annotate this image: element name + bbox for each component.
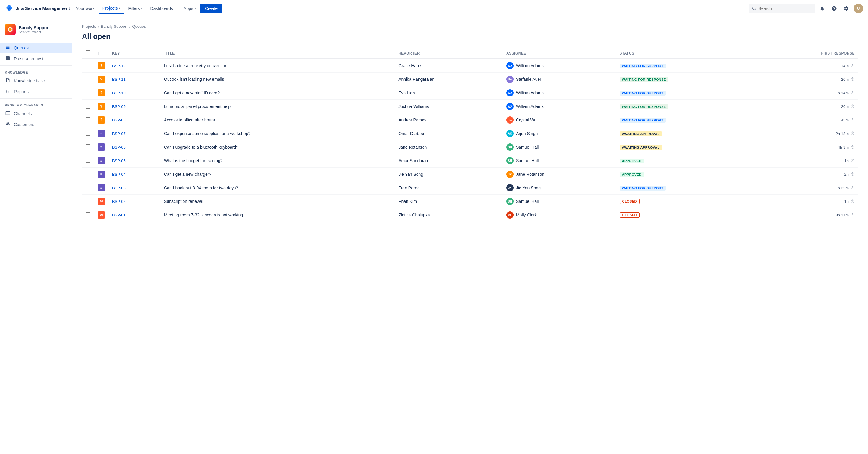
row-title[interactable]: Outlook isn't loading new emails (160, 73, 395, 86)
row-checkbox[interactable] (86, 117, 90, 122)
row-checkbox[interactable] (86, 158, 90, 163)
select-all-checkbox[interactable] (86, 50, 90, 55)
row-checkbox[interactable] (86, 199, 90, 204)
row-title[interactable]: Lost badge at rocketry convention (160, 59, 395, 73)
row-title[interactable]: Lunar solar panel procurement help (160, 100, 395, 113)
row-title[interactable]: Can I expense some supplies for a worksh… (160, 127, 395, 141)
sidebar-item-reports[interactable]: Reports (0, 86, 72, 97)
project-type: Service Project (19, 30, 50, 34)
row-checkbox-cell (82, 59, 94, 73)
issue-key-link[interactable]: BSP-11 (112, 77, 126, 82)
row-checkbox[interactable] (86, 172, 90, 176)
row-key: BSP-04 (108, 168, 160, 181)
row-checkbox[interactable] (86, 144, 90, 149)
search-input[interactable] (758, 6, 811, 11)
clock-icon: ⏱ (850, 199, 855, 204)
issue-key-link[interactable]: BSP-10 (112, 91, 126, 95)
row-title[interactable]: What is the budget for training? (160, 154, 395, 168)
assignee-name: Arjun Singh (516, 131, 538, 136)
table-row: ≡ BSP-05 What is the budget for training… (82, 154, 858, 168)
settings-button[interactable] (841, 4, 851, 13)
row-title[interactable]: Can I book out 8-04 room for two days? (160, 181, 395, 195)
row-checkbox[interactable] (86, 131, 90, 135)
nav-apps[interactable]: Apps ▾ (180, 4, 199, 13)
row-title[interactable]: Can I upgrade to a bluetooth keyboard? (160, 141, 395, 154)
filters-chevron-icon: ▾ (141, 7, 143, 10)
sidebar-divider-knowledge (0, 65, 72, 66)
nav-your-work[interactable]: Your work (72, 4, 98, 13)
sidebar-item-queues[interactable]: Queues (0, 42, 72, 53)
issue-key-link[interactable]: BSP-03 (112, 186, 126, 190)
assignee-avatar: WA (506, 62, 514, 69)
clock-icon: ⏱ (850, 90, 855, 95)
row-type: ? (94, 73, 108, 86)
notifications-button[interactable] (817, 4, 827, 13)
nav-dashboards[interactable]: Dashboards ▾ (147, 4, 180, 13)
row-checkbox-cell (82, 154, 94, 168)
issue-key-link[interactable]: BSP-02 (112, 199, 126, 204)
row-title[interactable]: Access to office after hours (160, 113, 395, 127)
search-box[interactable] (749, 4, 815, 13)
clock-icon: ⏱ (850, 158, 855, 163)
row-checkbox[interactable] (86, 185, 90, 190)
breadcrumb-queues[interactable]: Queues (132, 24, 146, 29)
jira-logo[interactable]: Jira Service Management (5, 4, 70, 13)
row-assignee: WA William Adams (503, 59, 616, 73)
row-key: BSP-03 (108, 181, 160, 195)
row-key: BSP-08 (108, 113, 160, 127)
row-reporter: Jane Rotanson (395, 141, 503, 154)
row-status: WAITING FOR RESPONSE (616, 73, 756, 86)
reports-label: Reports (14, 89, 29, 94)
row-checkbox[interactable] (86, 104, 90, 109)
clock-icon: ⏱ (850, 185, 855, 190)
sidebar-item-customers[interactable]: Customers (0, 119, 72, 130)
breadcrumb-projects[interactable]: Projects (82, 24, 96, 29)
nav-projects[interactable]: Projects ▾ (99, 3, 124, 13)
row-status: APPROVED (616, 168, 756, 181)
row-title[interactable]: Meeting room 7-32 is sceen is not workin… (160, 208, 395, 222)
row-checkbox[interactable] (86, 77, 90, 81)
row-type: ? (94, 59, 108, 73)
row-checkbox[interactable] (86, 212, 90, 217)
sidebar-item-knowledge-base[interactable]: Knowledge base (0, 75, 72, 86)
issue-key-link[interactable]: BSP-06 (112, 145, 126, 150)
sidebar-item-raise-request[interactable]: Raise a request (0, 53, 72, 64)
row-status: CLOSED (616, 208, 756, 222)
row-title[interactable]: Subscription renewal (160, 195, 395, 208)
create-button[interactable]: Create (200, 4, 222, 13)
issue-key-link[interactable]: BSP-12 (112, 64, 126, 68)
type-badge: ? (98, 116, 105, 124)
user-avatar[interactable]: U (854, 4, 863, 13)
apps-chevron-icon: ▾ (194, 7, 196, 10)
issue-key-link[interactable]: BSP-04 (112, 172, 126, 177)
issue-key-link[interactable]: BSP-08 (112, 118, 126, 122)
row-first-response: 45m ⏱ (756, 113, 858, 127)
row-checkbox-cell (82, 208, 94, 222)
assignee-avatar: WA (506, 89, 514, 96)
assignee-name: Jie Yan Song (516, 185, 541, 190)
table-row: ? BSP-11 Outlook isn't loading new email… (82, 73, 858, 86)
issue-key-link[interactable]: BSP-09 (112, 104, 126, 109)
help-button[interactable] (830, 4, 839, 13)
issue-key-link[interactable]: BSP-05 (112, 158, 126, 163)
first-response-time: 2h (844, 172, 849, 177)
breadcrumb-sep-2: / (129, 24, 130, 29)
sidebar-item-channels[interactable]: Channels (0, 108, 72, 119)
table-row: ≡ BSP-04 Can I get a new charger? Jie Ya… (82, 168, 858, 181)
issue-key-link[interactable]: BSP-01 (112, 213, 126, 217)
row-checkbox[interactable] (86, 63, 90, 68)
assignee-avatar: SH (506, 144, 514, 151)
row-reporter: Grace Harris (395, 59, 503, 73)
nav-filters[interactable]: Filters ▾ (124, 4, 146, 13)
col-checkbox (82, 48, 94, 59)
row-checkbox[interactable] (86, 90, 90, 95)
bell-icon (819, 6, 825, 11)
row-title[interactable]: Can I get a new staff ID card? (160, 86, 395, 100)
type-badge: ✉ (98, 211, 105, 218)
row-title[interactable]: Can I get a new charger? (160, 168, 395, 181)
row-first-response: 1h ⏱ (756, 195, 858, 208)
clock-icon: ⏱ (850, 63, 855, 68)
issue-key-link[interactable]: BSP-07 (112, 131, 126, 136)
breadcrumb-bancly-support[interactable]: Bancly Support (101, 24, 127, 29)
first-response-time: 1h (844, 158, 849, 163)
